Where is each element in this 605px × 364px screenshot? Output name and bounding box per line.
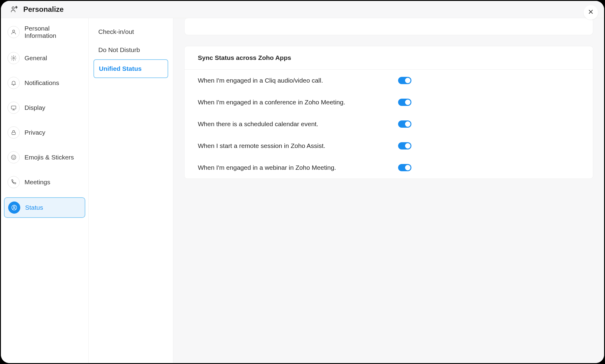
sidebar-item-emojis-stickers[interactable]: Emojis & Stickers xyxy=(4,148,85,167)
settings-row: When there is a scheduled calendar event… xyxy=(185,113,593,135)
sidebar-item-status[interactable]: Status xyxy=(4,197,85,218)
sidebar-item-label: Privacy xyxy=(25,129,45,136)
sidebar-item-label: General xyxy=(25,54,47,62)
toggle-cliq-call[interactable] xyxy=(398,77,411,84)
phone-icon xyxy=(8,176,20,188)
close-icon xyxy=(587,8,594,16)
sub-item-unified-status[interactable]: Unified Status xyxy=(93,59,168,78)
header: Personalize xyxy=(1,1,604,18)
svg-point-3 xyxy=(13,57,15,59)
content: Sync Status across Zoho Apps When I'm en… xyxy=(173,18,604,363)
svg-point-0 xyxy=(12,7,14,9)
sub-item-do-not-disturb[interactable]: Do Not Disturb xyxy=(93,41,168,59)
toggle-calendar-event[interactable] xyxy=(398,120,411,128)
card-title: Sync Status across Zoho Apps xyxy=(198,54,291,61)
toggle-zoho-meeting-conference[interactable] xyxy=(398,99,411,106)
svg-point-6 xyxy=(11,155,16,160)
sidebar-item-label: Meetings xyxy=(25,179,50,186)
sub-item-label: Unified Status xyxy=(99,65,142,72)
sidebar-item-display[interactable]: Display xyxy=(4,98,85,117)
lock-icon xyxy=(8,126,20,139)
sidebar: Personal Information General Notificatio… xyxy=(1,18,89,363)
bell-icon xyxy=(8,77,20,89)
personalize-window: Personalize Personal Information Genera xyxy=(1,1,604,363)
toggle-zoho-meeting-webinar[interactable] xyxy=(398,164,411,171)
row-label: When I start a remote session in Zoho As… xyxy=(198,142,398,149)
sync-status-card: Sync Status across Zoho Apps When I'm en… xyxy=(184,46,593,179)
body: Personal Information General Notificatio… xyxy=(1,18,604,363)
status-icon xyxy=(8,202,20,214)
toggle-cell xyxy=(398,99,580,106)
close-button[interactable] xyxy=(584,5,598,20)
sidebar-item-meetings[interactable]: Meetings xyxy=(4,172,85,192)
sidebar-item-label: Emojis & Stickers xyxy=(25,154,74,161)
card-above-partial xyxy=(184,18,593,35)
svg-rect-5 xyxy=(12,132,15,135)
user-icon xyxy=(8,26,20,38)
card-header: Sync Status across Zoho Apps xyxy=(185,46,593,70)
toggle-zoho-assist[interactable] xyxy=(398,142,411,149)
sidebar-item-personal-information[interactable]: Personal Information xyxy=(4,21,85,43)
sidebar-item-label: Display xyxy=(25,104,45,111)
svg-rect-4 xyxy=(11,106,16,109)
row-label: When I'm engaged in a webinar in Zoho Me… xyxy=(198,164,398,171)
sidebar-item-notifications[interactable]: Notifications xyxy=(4,73,85,93)
subsidebar: Check-in/out Do Not Disturb Unified Stat… xyxy=(89,18,173,363)
svg-point-2 xyxy=(13,30,15,32)
svg-point-8 xyxy=(14,157,15,157)
sidebar-item-general[interactable]: General xyxy=(4,48,85,68)
row-label: When I'm engaged in a Cliq audio/video c… xyxy=(198,77,398,84)
sub-item-label: Check-in/out xyxy=(98,28,134,35)
monitor-icon xyxy=(8,102,20,114)
settings-row: When I start a remote session in Zoho As… xyxy=(185,135,593,157)
sub-item-label: Do Not Disturb xyxy=(98,46,140,53)
svg-point-7 xyxy=(13,157,13,157)
sidebar-item-label: Personal Information xyxy=(25,25,82,39)
svg-point-9 xyxy=(13,206,15,208)
gear-icon xyxy=(8,52,20,64)
sidebar-item-label: Status xyxy=(25,204,43,211)
header-title: Personalize xyxy=(23,5,64,14)
row-label: When there is a scheduled calendar event… xyxy=(198,120,398,128)
row-label: When I'm engaged in a conference in Zoho… xyxy=(198,99,398,106)
personalize-icon xyxy=(10,5,18,14)
sidebar-item-privacy[interactable]: Privacy xyxy=(4,123,85,142)
sub-item-check-in-out[interactable]: Check-in/out xyxy=(93,23,168,41)
toggle-cell xyxy=(398,164,580,171)
sidebar-item-label: Notifications xyxy=(25,79,59,87)
settings-row: When I'm engaged in a conference in Zoho… xyxy=(185,91,593,113)
toggle-cell xyxy=(398,142,580,149)
toggle-cell xyxy=(398,120,580,128)
settings-row: When I'm engaged in a Cliq audio/video c… xyxy=(185,70,593,91)
smiley-icon xyxy=(8,151,20,163)
toggle-cell xyxy=(398,77,580,84)
settings-row: When I'm engaged in a webinar in Zoho Me… xyxy=(185,157,593,179)
